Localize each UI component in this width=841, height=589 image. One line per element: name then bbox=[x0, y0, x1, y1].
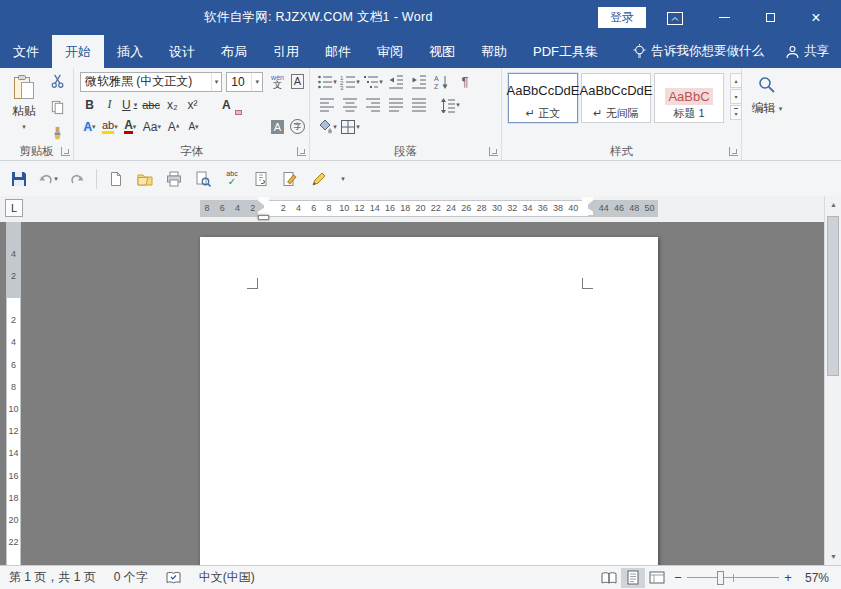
shading-button[interactable]: ▾ bbox=[316, 117, 338, 137]
grow-font-button[interactable]: A▾ bbox=[164, 117, 183, 137]
clipboard-dialog-launcher[interactable] bbox=[61, 147, 70, 156]
tab-view[interactable]: 视图 bbox=[416, 35, 468, 68]
scroll-down-button[interactable]: ▼ bbox=[825, 548, 841, 565]
scroll-up-button[interactable]: ▲ bbox=[825, 196, 841, 213]
numbering-button[interactable]: 123▾ bbox=[339, 72, 361, 92]
zoom-slider[interactable] bbox=[687, 568, 779, 588]
tab-pdf-tools[interactable]: PDF工具集 bbox=[520, 35, 611, 68]
left-indent-marker[interactable] bbox=[258, 215, 269, 220]
tab-file[interactable]: 文件 bbox=[0, 35, 52, 68]
styles-more-button[interactable]: ▾ bbox=[730, 105, 742, 120]
editing-button[interactable]: 编辑▾ bbox=[746, 76, 788, 117]
strikethrough-button[interactable]: abc bbox=[140, 95, 162, 115]
bold-button[interactable]: B bbox=[80, 95, 99, 115]
minimize-button[interactable] bbox=[701, 0, 747, 35]
zoom-in-button[interactable]: + bbox=[779, 568, 797, 588]
line-spacing-button[interactable]: ▾ bbox=[439, 95, 461, 115]
zoom-thumb[interactable] bbox=[717, 571, 724, 585]
document-page[interactable] bbox=[200, 237, 658, 565]
new-document-button[interactable] bbox=[103, 166, 129, 192]
phonetic-guide-button[interactable]: wén文 bbox=[268, 72, 287, 92]
text-highlight-button[interactable]: ab▾ bbox=[100, 117, 120, 137]
scrollbar-thumb[interactable] bbox=[827, 216, 839, 376]
change-case-button[interactable]: Aa▾ bbox=[141, 117, 163, 137]
borders-button[interactable]: ▾ bbox=[339, 117, 361, 137]
italic-button[interactable]: I bbox=[100, 95, 119, 115]
ruler-number: 36 bbox=[537, 202, 549, 215]
tab-home[interactable]: 开始 bbox=[52, 35, 104, 68]
tab-stop-selector[interactable]: L bbox=[5, 199, 23, 217]
zoom-percentage[interactable]: 57% bbox=[797, 571, 841, 585]
distribute-button[interactable] bbox=[408, 95, 430, 115]
tab-layout[interactable]: 布局 bbox=[208, 35, 260, 68]
print-preview-button[interactable] bbox=[190, 166, 216, 192]
style-card-heading1[interactable]: AaBbC 标题 1 bbox=[654, 73, 724, 123]
close-button[interactable]: × bbox=[793, 0, 839, 35]
zoom-out-button[interactable]: − bbox=[669, 568, 687, 588]
show-hide-marks-button[interactable]: ¶ bbox=[454, 72, 476, 92]
style-card-no-spacing[interactable]: AaBbCcDdE ↵ 无间隔 bbox=[581, 73, 651, 123]
undo-button[interactable]: ▾ bbox=[35, 166, 61, 192]
enclose-characters-button[interactable]: 字 bbox=[288, 117, 307, 137]
styles-scroll-down-button[interactable]: ▾ bbox=[730, 89, 742, 104]
save-button[interactable] bbox=[6, 166, 32, 192]
spelling-grammar-button[interactable]: abc✓ bbox=[219, 166, 245, 192]
redo-button[interactable] bbox=[64, 166, 90, 192]
tab-references[interactable]: 引用 bbox=[260, 35, 312, 68]
align-center-button[interactable] bbox=[339, 95, 361, 115]
page-indicator[interactable]: 第 1 页，共 1 页 bbox=[0, 569, 105, 586]
character-border-button[interactable]: A bbox=[288, 72, 307, 92]
edit-document-button[interactable] bbox=[277, 166, 303, 192]
font-size-combo[interactable]: 10 ▾ bbox=[226, 72, 263, 92]
attachment-button[interactable] bbox=[248, 166, 274, 192]
maximize-button[interactable] bbox=[747, 0, 793, 35]
tab-design[interactable]: 设计 bbox=[156, 35, 208, 68]
vertical-scrollbar[interactable]: ▲ ▼ bbox=[824, 196, 841, 565]
styles-scroll-up-button[interactable]: ▴ bbox=[730, 73, 742, 88]
styles-dialog-launcher[interactable] bbox=[729, 147, 738, 156]
read-mode-button[interactable] bbox=[597, 568, 621, 588]
paragraph-dialog-launcher[interactable] bbox=[489, 147, 498, 156]
clear-formatting-button[interactable]: A bbox=[217, 95, 236, 115]
decrease-indent-button[interactable] bbox=[385, 72, 407, 92]
multilevel-list-button[interactable]: ▾ bbox=[362, 72, 384, 92]
ruler-number: 8 bbox=[6, 382, 21, 392]
sort-button[interactable]: AZ bbox=[431, 72, 453, 92]
character-shading-button[interactable]: A bbox=[268, 117, 287, 137]
magnifier-icon bbox=[758, 76, 776, 94]
align-right-button[interactable] bbox=[362, 95, 384, 115]
login-button[interactable]: 登录 bbox=[598, 7, 646, 28]
toolbar-more-button[interactable]: ▾ bbox=[335, 166, 351, 192]
align-left-button[interactable] bbox=[316, 95, 338, 115]
bullets-button[interactable]: ▾ bbox=[316, 72, 338, 92]
share-button[interactable]: 共享 bbox=[774, 35, 841, 68]
increase-indent-button[interactable] bbox=[408, 72, 430, 92]
format-painter-button[interactable] bbox=[48, 122, 67, 144]
cut-button[interactable] bbox=[48, 70, 67, 92]
font-color-button[interactable]: A▾ bbox=[121, 117, 140, 137]
copy-button[interactable] bbox=[48, 96, 67, 118]
subscript-button[interactable]: x₂ bbox=[163, 95, 182, 115]
quick-print-button[interactable] bbox=[161, 166, 187, 192]
tab-insert[interactable]: 插入 bbox=[104, 35, 156, 68]
tab-review[interactable]: 审阅 bbox=[364, 35, 416, 68]
proofing-status[interactable] bbox=[157, 571, 190, 585]
ribbon-display-options-button[interactable] bbox=[664, 11, 686, 25]
tell-me-box[interactable]: 告诉我你想要做什么 bbox=[623, 35, 775, 68]
pen-tool-button[interactable] bbox=[306, 166, 332, 192]
web-layout-button[interactable] bbox=[645, 568, 669, 588]
language-indicator[interactable]: 中文(中国) bbox=[190, 569, 264, 586]
word-count[interactable]: 0 个字 bbox=[105, 569, 157, 586]
font-dialog-launcher[interactable] bbox=[297, 147, 306, 156]
style-card-normal[interactable]: AaBbCcDdE ↵ 正文 bbox=[508, 73, 578, 123]
tab-help[interactable]: 帮助 bbox=[468, 35, 520, 68]
print-layout-button[interactable] bbox=[621, 568, 645, 588]
justify-button[interactable] bbox=[385, 95, 407, 115]
superscript-button[interactable]: x² bbox=[183, 95, 202, 115]
shrink-font-button[interactable]: A▾ bbox=[184, 117, 203, 137]
text-effects-button[interactable]: A▾ bbox=[80, 117, 99, 137]
tab-mailings[interactable]: 邮件 bbox=[312, 35, 364, 68]
underline-button[interactable]: U▾ bbox=[120, 95, 139, 115]
open-button[interactable] bbox=[132, 166, 158, 192]
font-name-combo[interactable]: 微软雅黑 (中文正文) ▾ bbox=[80, 72, 222, 92]
